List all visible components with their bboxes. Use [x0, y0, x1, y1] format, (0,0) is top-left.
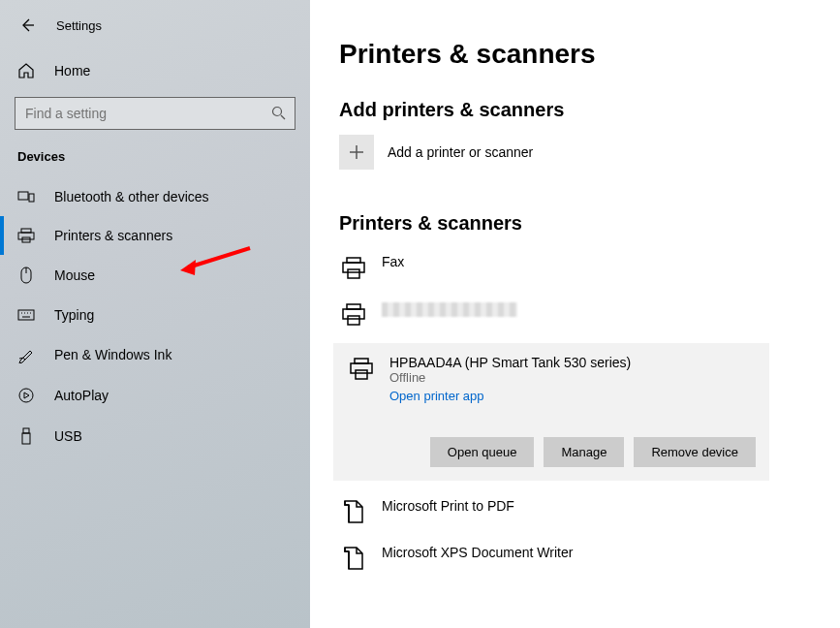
nav-label: Mouse — [54, 267, 95, 283]
autoplay-icon — [17, 387, 35, 404]
main-content: Printers & scanners Add printers & scann… — [310, 0, 840, 628]
device-msxps[interactable]: Microsoft XPS Document Writer — [339, 537, 840, 583]
manage-button[interactable]: Manage — [544, 437, 624, 467]
printer-icon — [348, 356, 375, 383]
nav-label: Pen & Windows Ink — [54, 347, 171, 362]
svg-rect-4 — [18, 233, 34, 239]
list-title: Printers & scanners — [339, 212, 840, 235]
nav-label: USB — [54, 428, 82, 444]
device-name: Microsoft XPS Document Writer — [382, 545, 573, 560]
svg-rect-19 — [356, 370, 367, 379]
svg-rect-3 — [21, 229, 31, 233]
svg-rect-10 — [22, 433, 30, 444]
svg-point-0 — [273, 108, 282, 116]
sidebar: Settings Home Devices Bluetooth & other … — [0, 0, 310, 628]
svg-rect-7 — [18, 310, 34, 320]
nav-usb[interactable]: USB — [0, 416, 310, 456]
svg-rect-12 — [343, 263, 364, 272]
device-name: Microsoft Print to PDF — [382, 498, 514, 514]
section-header: Devices — [0, 149, 310, 177]
document-icon — [341, 499, 366, 526]
pen-icon — [17, 346, 35, 363]
plus-tile — [339, 135, 374, 170]
usb-icon — [20, 427, 32, 445]
search-icon — [271, 106, 286, 120]
nav-autoplay[interactable]: AutoPlay — [0, 375, 310, 416]
nav-bluetooth[interactable]: Bluetooth & other devices — [0, 177, 310, 216]
search-box — [15, 97, 296, 130]
svg-rect-15 — [343, 309, 364, 319]
svg-rect-9 — [23, 428, 29, 433]
arrow-left-icon — [19, 17, 35, 33]
svg-rect-2 — [29, 194, 34, 202]
home-icon — [17, 62, 35, 79]
svg-point-8 — [19, 389, 33, 402]
add-printer-button[interactable]: Add a printer or scanner — [339, 135, 840, 170]
device-name: HPBAAD4A (HP Smart Tank 530 series) — [389, 355, 631, 370]
nav-mouse[interactable]: Mouse — [0, 255, 310, 296]
printer-icon — [340, 255, 367, 282]
device-redacted[interactable] — [339, 293, 840, 339]
svg-rect-16 — [348, 316, 359, 325]
devices-icon — [17, 190, 35, 204]
nav-pen[interactable]: Pen & Windows Ink — [0, 334, 310, 375]
add-label: Add a printer or scanner — [388, 144, 533, 160]
nav-printers[interactable]: Printers & scanners — [0, 216, 310, 255]
nav-typing[interactable]: Typing — [0, 296, 310, 334]
nav-label: Bluetooth & other devices — [54, 189, 209, 204]
nav-label: Typing — [54, 307, 94, 323]
nav-home[interactable]: Home — [0, 52, 310, 97]
search-input[interactable] — [15, 97, 296, 130]
home-label: Home — [54, 63, 90, 78]
svg-rect-13 — [348, 269, 359, 278]
svg-rect-1 — [18, 192, 28, 200]
printer-icon — [17, 228, 35, 243]
remove-device-button[interactable]: Remove device — [634, 437, 756, 467]
app-title: Settings — [56, 18, 102, 33]
device-fax[interactable]: Fax — [339, 246, 840, 293]
printer-icon — [340, 301, 367, 329]
device-mspdf[interactable]: Microsoft Print to PDF — [339, 490, 840, 537]
open-queue-button[interactable]: Open queue — [430, 437, 535, 467]
back-button[interactable] — [17, 16, 37, 35]
device-status: Offline — [389, 370, 631, 385]
page-title: Printers & scanners — [339, 39, 840, 70]
document-icon — [341, 546, 366, 573]
add-section-title: Add printers & scanners — [339, 99, 840, 121]
nav-label: AutoPlay — [54, 388, 109, 403]
nav-label: Printers & scanners — [54, 228, 172, 243]
svg-rect-18 — [351, 363, 372, 373]
redacted-name — [382, 302, 517, 317]
plus-icon — [348, 143, 365, 161]
device-name: Fax — [382, 254, 404, 269]
mouse-icon — [19, 267, 33, 284]
device-selected[interactable]: HPBAAD4A (HP Smart Tank 530 series) Offl… — [333, 343, 769, 481]
keyboard-icon — [17, 309, 35, 321]
open-printer-app-link[interactable]: Open printer app — [389, 389, 484, 403]
